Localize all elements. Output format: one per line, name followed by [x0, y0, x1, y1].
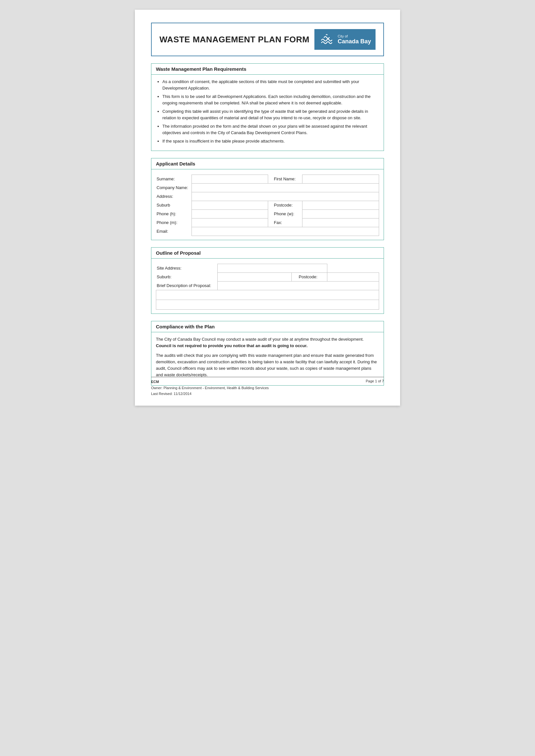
logo-name: Canada Bay: [338, 39, 371, 45]
footer-left: ECM Owner: Planning & Environment - Envi…: [151, 379, 269, 397]
footer-page: Page 1 of 7: [366, 379, 384, 383]
page-footer: ECM Owner: Planning & Environment - Envi…: [151, 377, 384, 397]
page-title: WASTE MANAGEMENT PLAN FORM: [159, 35, 310, 44]
surname-input-cell: [191, 175, 268, 183]
fax-input[interactable]: [304, 219, 378, 226]
address-input-cell: [191, 192, 379, 201]
first-name-input-cell: [302, 175, 379, 183]
proposal-table: Site Address: Suburb: Postcode: Brief De…: [156, 264, 379, 310]
address-row: Address:: [156, 192, 379, 201]
phone-h-input[interactable]: [193, 210, 267, 218]
brief-desc-extra-row-1: [156, 290, 379, 300]
proposal-suburb-row: Suburb: Postcode:: [156, 273, 379, 281]
logo-text: City of Canada Bay: [338, 34, 371, 45]
email-row: Email:: [156, 227, 379, 236]
email-label: Email:: [156, 227, 191, 236]
footer-owner: Owner: Planning & Environment - Environm…: [151, 385, 269, 391]
requirements-section: Waste Management Plan Requirements As a …: [151, 63, 384, 151]
brief-desc-label: Brief Description of Proposal:: [156, 281, 218, 290]
applicant-body: Surname: First Name: Company Name: Addre…: [152, 169, 383, 240]
compliance-paragraph-1: The City of Canada Bay Council may condu…: [156, 336, 379, 349]
email-input-cell: [191, 227, 379, 236]
applicant-section: Applicant Details Surname: First Name: C…: [151, 158, 384, 240]
brief-desc-input-cell: [218, 281, 379, 290]
compliance-p1-normal: The City of Canada Bay Council may condu…: [156, 337, 364, 342]
applicant-table: Surname: First Name: Company Name: Addre…: [156, 175, 379, 236]
requirement-item-1: As a condition of consent, the applicabl…: [162, 79, 379, 91]
requirement-item-2: This form is to be used for all Developm…: [162, 94, 379, 106]
email-input[interactable]: [193, 228, 378, 235]
requirement-item-4: The information provided on the form and…: [162, 123, 379, 136]
footer-revised: Last Revised: 11/12/2014: [151, 391, 269, 397]
proposal-suburb-input-cell: [218, 273, 292, 281]
surname-input[interactable]: [193, 176, 267, 183]
applicant-heading: Applicant Details: [152, 158, 383, 169]
site-address-label: Site Address:: [156, 264, 218, 273]
address-input[interactable]: [193, 193, 378, 200]
requirements-heading: Waste Management Plan Requirements: [152, 64, 383, 75]
phone-h-input-cell: [191, 209, 268, 218]
canada-bay-logo-icon: [319, 32, 334, 47]
phone-w-label: Phone (w):: [273, 209, 302, 218]
phone-w-input[interactable]: [304, 210, 378, 218]
proposal-postcode-input-cell: [327, 273, 379, 281]
requirement-item-3: Completing this table will assist you in…: [162, 108, 379, 121]
surname-row: Surname: First Name:: [156, 175, 379, 183]
requirements-list: As a condition of consent, the applicabl…: [156, 79, 379, 145]
phone-m-row: Phone (m): Fax:: [156, 218, 379, 227]
brief-desc-extra-row-2: [156, 300, 379, 309]
compliance-p1-bold: Council is not required to provide you n…: [156, 343, 308, 348]
suburb-label: Suburb: [156, 201, 191, 209]
footer-right: Page 1 of 7: [366, 379, 384, 383]
suburb-input-cell: [191, 201, 268, 209]
logo-box: City of Canada Bay: [314, 29, 376, 50]
requirement-item-5: If the space is insufficient in the tabl…: [162, 138, 379, 145]
postcode-input[interactable]: [304, 202, 378, 209]
compliance-section: Compliance with the Plan The City of Can…: [151, 321, 384, 386]
brief-desc-input[interactable]: [219, 282, 378, 289]
phone-m-input-cell: [191, 218, 268, 227]
requirements-body: As a condition of consent, the applicabl…: [152, 75, 383, 150]
company-name-input[interactable]: [193, 184, 378, 191]
company-name-label: Company Name:: [156, 183, 191, 192]
brief-desc-extra-2: [156, 300, 379, 309]
site-address-row: Site Address:: [156, 264, 379, 273]
postcode-label: Postcode:: [273, 201, 302, 209]
phone-h-row: Phone (h): Phone (w):: [156, 209, 379, 218]
compliance-paragraph-2: The audits will check that you are compl…: [156, 352, 379, 378]
header-box: WASTE MANAGEMENT PLAN FORM City of Canad…: [151, 23, 384, 56]
suburb-row: Suburb Postcode:: [156, 201, 379, 209]
proposal-postcode-label: Postcode:: [298, 273, 327, 281]
site-address-input[interactable]: [219, 265, 326, 272]
fax-input-cell: [302, 218, 379, 227]
brief-desc-row: Brief Description of Proposal:: [156, 281, 379, 290]
fax-label: Fax:: [273, 218, 302, 227]
suburb-input[interactable]: [193, 202, 267, 209]
proposal-suburb-label: Suburb:: [156, 273, 218, 281]
company-row: Company Name:: [156, 183, 379, 192]
address-label: Address:: [156, 192, 191, 201]
surname-label: Surname:: [156, 175, 191, 183]
site-address-input-cell: [218, 264, 327, 273]
proposal-section: Outline of Proposal Site Address: Suburb…: [151, 247, 384, 314]
postcode-input-cell: [302, 201, 379, 209]
company-name-input-cell: [191, 183, 379, 192]
compliance-heading: Compliance with the Plan: [152, 321, 383, 332]
proposal-heading: Outline of Proposal: [152, 248, 383, 258]
logo-city-of: City of: [338, 34, 371, 39]
phone-h-label: Phone (h):: [156, 209, 191, 218]
phone-m-label: Phone (m):: [156, 218, 191, 227]
first-name-label: First Name:: [273, 175, 302, 183]
footer-ecm: ECM: [151, 379, 269, 385]
page: WASTE MANAGEMENT PLAN FORM City of Canad…: [135, 10, 400, 406]
brief-desc-extra-1: [156, 290, 379, 300]
first-name-input[interactable]: [304, 176, 378, 183]
phone-m-input[interactable]: [193, 219, 267, 226]
proposal-body: Site Address: Suburb: Postcode: Brief De…: [152, 258, 383, 313]
proposal-suburb-input[interactable]: [219, 273, 290, 281]
phone-w-input-cell: [302, 209, 379, 218]
proposal-postcode-input[interactable]: [329, 273, 378, 281]
